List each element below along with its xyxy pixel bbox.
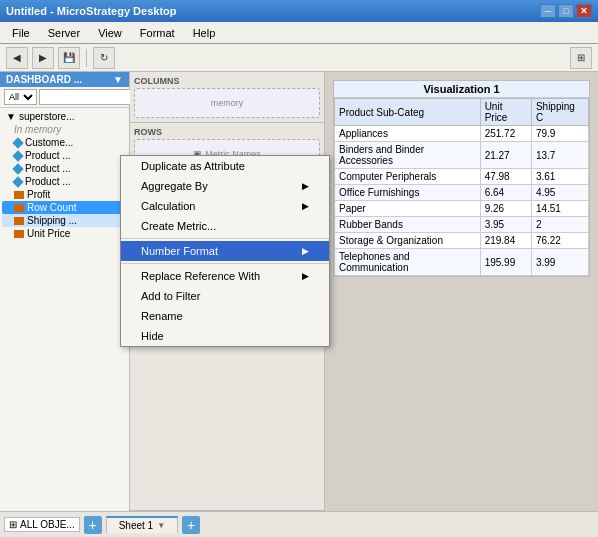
col-header-unitprice: Unit Price [480,99,531,126]
maximize-button[interactable]: □ [558,4,574,18]
table-cell: Rubber Bands [335,217,481,233]
columns-drop-hint: memory [211,98,244,108]
col-header-shipping: Shipping C [531,99,588,126]
viz-table: Product Sub-Categ Unit Price Shipping C … [334,98,589,276]
cm-number-format[interactable]: Number Format ▶ [121,241,329,261]
expand-icon: ▼ [6,111,16,122]
submenu-arrow: ▶ [302,181,309,191]
table-cell: Office Furnishings [335,185,481,201]
table-cell: Appliances [335,126,481,142]
table-cell: 2 [531,217,588,233]
search-row: All [0,87,129,108]
table-cell: 195.99 [480,249,531,276]
diamond-icon [12,163,23,174]
menu-file[interactable]: File [4,25,38,41]
table-cell: 76.22 [531,233,588,249]
table-icon [14,217,24,225]
table-icon [14,191,24,199]
diamond-icon [12,137,23,148]
tree-item-product3[interactable]: Product ... [2,175,127,188]
save-button[interactable]: 💾 [58,47,80,69]
tree-item-customer[interactable]: Custome... [2,136,127,149]
tree-item-rowcount[interactable]: Row Count [2,201,127,214]
col-header-subcategory: Product Sub-Categ [335,99,481,126]
status-bar: ⊞ ALL OBJE... + Sheet 1 ▼ + [0,511,598,537]
app-title: Untitled - MicroStrategy Desktop [6,5,177,17]
cm-aggregate[interactable]: Aggregate By ▶ [121,176,329,196]
search-filter-dropdown[interactable]: All [4,89,37,105]
panel-header: DASHBOARD ... ▼ [0,72,129,87]
cm-separator-2 [121,263,329,264]
tree-item-superstores[interactable]: ▼ superstore... [2,110,127,123]
cm-replace-ref[interactable]: Replace Reference With ▶ [121,266,329,286]
table-cell: 4.95 [531,185,588,201]
share-button[interactable]: ⊞ [570,47,592,69]
table-row: Storage & Organization219.8476.22 [335,233,589,249]
cm-label: Rename [141,310,183,322]
table-cell: 47.98 [480,169,531,185]
submenu-arrow: ▶ [302,201,309,211]
all-objects-button[interactable]: ⊞ ALL OBJE... [4,517,80,532]
cm-calculation[interactable]: Calculation ▶ [121,196,329,216]
close-button[interactable]: ✕ [576,4,592,18]
tab-chevron-icon: ▼ [157,521,165,530]
cm-add-filter[interactable]: Add to Filter [121,286,329,306]
forward-button[interactable]: ▶ [32,47,54,69]
sheet-tab-1[interactable]: Sheet 1 ▼ [106,516,178,533]
cm-rename[interactable]: Rename [121,306,329,326]
tree-item-profit[interactable]: Profit [2,188,127,201]
cm-hide[interactable]: Hide [121,326,329,346]
tree-item-product2[interactable]: Product ... [2,162,127,175]
panel-options-icon[interactable]: ▼ [113,74,123,85]
tree-item-shipping[interactable]: Shipping ... [2,214,127,227]
window-controls: ─ □ ✕ [540,4,592,18]
context-menu: Duplicate as Attribute Aggregate By ▶ Ca… [120,155,330,347]
table-cell: 13.7 [531,142,588,169]
cm-label: Duplicate as Attribute [141,160,245,172]
cm-create-metric[interactable]: Create Metric... [121,216,329,236]
add-sheet-button[interactable]: + [84,516,102,534]
submenu-arrow: ▶ [302,271,309,281]
table-icon [14,204,24,212]
all-objects-icon: ⊞ [9,519,17,530]
cm-separator-1 [121,238,329,239]
table-cell: 6.64 [480,185,531,201]
table-cell: 9.26 [480,201,531,217]
table-cell: Computer Peripherals [335,169,481,185]
cm-duplicate[interactable]: Duplicate as Attribute [121,156,329,176]
viz-panel: Visualization 1 Product Sub-Categ Unit P… [333,80,590,277]
tree-item-label: Shipping ... [27,215,77,226]
table-cell: 14.51 [531,201,588,217]
table-row: Binders and Binder Accessories21.2713.7 [335,142,589,169]
tree-item-label: Product ... [25,176,71,187]
cm-label: Add to Filter [141,290,200,302]
columns-drop-zone[interactable]: memory [134,88,320,118]
menu-help[interactable]: Help [185,25,224,41]
table-cell: 21.27 [480,142,531,169]
add-sheet-button-2[interactable]: + [182,516,200,534]
table-row: Computer Peripherals47.983.61 [335,169,589,185]
table-cell: Paper [335,201,481,217]
columns-section: Columns memory [130,72,324,123]
menu-format[interactable]: Format [132,25,183,41]
left-panel: DASHBOARD ... ▼ All ▼ superstore... In m… [0,72,130,511]
object-tree: ▼ superstore... In memory Custome... Pro… [0,108,129,511]
rows-label: Rows [134,127,320,137]
back-button[interactable]: ◀ [6,47,28,69]
tree-item-unitprice[interactable]: Unit Price [2,227,127,240]
cm-label: Calculation [141,200,195,212]
viz-title: Visualization 1 [334,81,589,98]
tree-item-label: Custome... [25,137,73,148]
tree-item-product1[interactable]: Product ... [2,149,127,162]
diamond-icon [12,176,23,187]
refresh-button[interactable]: ↻ [93,47,115,69]
tree-item-label: In memory [14,124,61,135]
title-bar: Untitled - MicroStrategy Desktop ─ □ ✕ [0,0,598,22]
menu-server[interactable]: Server [40,25,88,41]
menu-view[interactable]: View [90,25,130,41]
tree-item-label: superstore... [19,111,75,122]
minimize-button[interactable]: ─ [540,4,556,18]
cm-label: Aggregate By [141,180,208,192]
table-cell: 3.61 [531,169,588,185]
table-cell: 251.72 [480,126,531,142]
